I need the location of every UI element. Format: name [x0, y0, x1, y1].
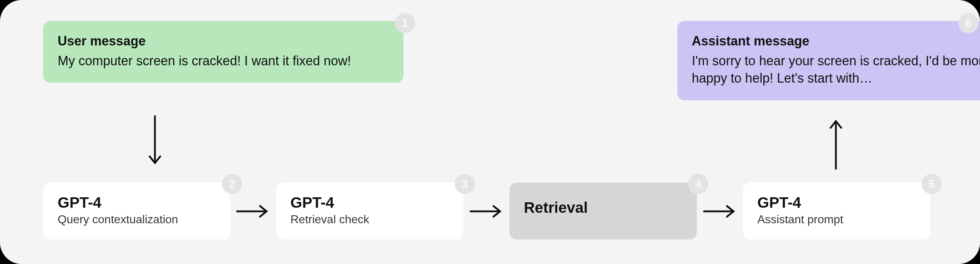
badge-5: 5	[922, 174, 942, 194]
assistant-message-body: I'm sorry to hear your screen is cracked…	[692, 52, 980, 87]
badge-2: 2	[222, 174, 242, 194]
step2-title: GPT-4	[58, 194, 216, 211]
step5-title: GPT-4	[757, 194, 916, 211]
step3-title: GPT-4	[290, 194, 449, 211]
step-retrieval: Retrieval	[509, 182, 697, 240]
step-retrieval-check: GPT-4 Retrieval check	[276, 182, 463, 240]
assistant-message-title: Assistant message	[692, 32, 980, 50]
badge-6-alt: 6	[958, 13, 978, 33]
step3-sub: Retrieval check	[290, 213, 449, 226]
user-message-card: User message My computer screen is crack…	[43, 21, 404, 83]
badge-1: 1	[395, 13, 415, 33]
user-message-title: User message	[58, 32, 389, 50]
arrow-right-icon	[467, 200, 507, 222]
step-assistant-prompt: GPT-4 Assistant prompt	[743, 182, 930, 240]
arrow-right-icon	[234, 200, 273, 222]
arrow-right-icon	[700, 200, 740, 222]
diagram-canvas: User message My computer screen is crack…	[0, 0, 980, 264]
badge-3: 3	[455, 174, 475, 194]
step2-sub: Query contextualization	[58, 213, 216, 226]
step-query-contextualization: GPT-4 Query contextualization	[43, 182, 231, 240]
badge-4: 4	[688, 174, 708, 194]
step5-sub: Assistant prompt	[757, 213, 916, 226]
arrow-up-icon	[825, 112, 847, 173]
step4-title: Retrieval	[524, 194, 682, 216]
user-message-body: My computer screen is cracked! I want it…	[58, 52, 389, 70]
assistant-message-card: Assistant message I'm sorry to hear your…	[677, 21, 980, 100]
arrow-down-icon	[144, 112, 166, 173]
